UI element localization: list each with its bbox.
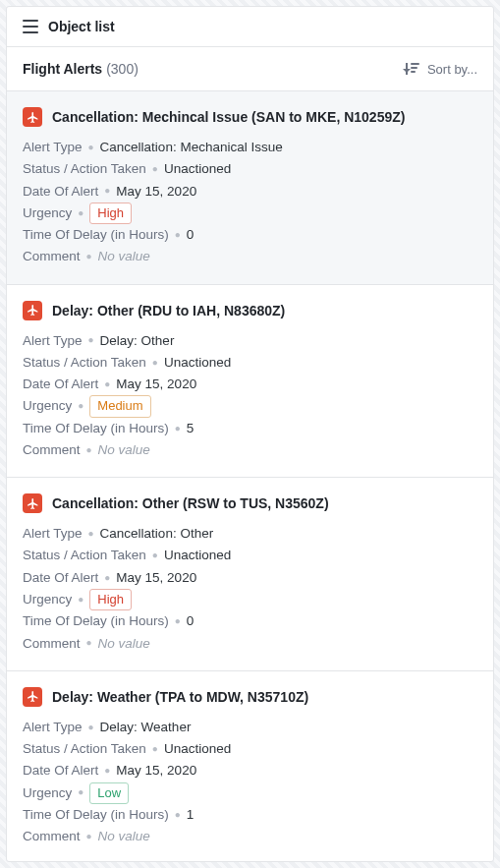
alert-type-value: Delay: Other	[100, 330, 175, 352]
field-label: Urgency	[23, 395, 72, 417]
list-count: (300)	[106, 61, 139, 77]
field-delay: Time Of Delay (in Hours) ● 0	[23, 224, 477, 246]
field-label: Comment	[23, 439, 81, 461]
list-subheader: Flight Alerts (300) Sort by...	[7, 47, 493, 91]
status-value: Unactioned	[164, 738, 231, 760]
field-alert-type: Alert Type ● Cancellation: Other	[23, 523, 477, 545]
card-header: Cancellation: Mechincal Issue (SAN to MK…	[23, 107, 477, 127]
card-header: Delay: Weather (TPA to MDW, N35710Z)	[23, 687, 477, 707]
field-label: Comment	[23, 246, 81, 267]
airplane-icon	[23, 687, 42, 707]
field-label: Alert Type	[23, 137, 83, 158]
status-value: Unactioned	[164, 158, 231, 180]
comment-value: No value	[98, 439, 150, 461]
delay-value: 5	[187, 418, 194, 439]
field-delay: Time Of Delay (in Hours) ● 5	[23, 418, 477, 439]
field-alert-type: Alert Type ● Delay: Other	[23, 330, 477, 352]
alert-card[interactable]: Cancellation: Other (RSW to TUS, N3560Z)…	[7, 478, 493, 671]
alert-list[interactable]: Cancellation: Mechincal Issue (SAN to MK…	[7, 91, 493, 861]
alert-title: Delay: Other (RDU to IAH, N83680Z)	[52, 303, 285, 318]
delay-value: 0	[187, 610, 194, 632]
field-alert-type: Alert Type ● Cancellation: Mechanical Is…	[23, 137, 477, 158]
field-label: Urgency	[23, 589, 72, 610]
field-comment: Comment ● No value	[23, 826, 477, 847]
field-urgency: Urgency ● High	[23, 203, 477, 224]
field-status: Status / Action Taken ● Unactioned	[23, 158, 477, 180]
field-label: Time Of Delay (in Hours)	[23, 610, 169, 632]
field-label: Comment	[23, 633, 81, 655]
field-urgency: Urgency ● High	[23, 589, 477, 610]
field-delay: Time Of Delay (in Hours) ● 0	[23, 610, 477, 632]
field-delay: Time Of Delay (in Hours) ● 1	[23, 804, 477, 826]
comment-value: No value	[98, 826, 150, 847]
sort-by-label: Sort by...	[427, 62, 477, 77]
field-comment: Comment ● No value	[23, 246, 477, 267]
card-header: Cancellation: Other (RSW to TUS, N3560Z)	[23, 493, 477, 513]
field-label: Date Of Alert	[23, 567, 98, 589]
airplane-icon	[23, 493, 42, 513]
field-label: Date Of Alert	[23, 181, 98, 203]
alert-type-value: Cancellation: Other	[100, 523, 214, 545]
date-value: May 15, 2020	[116, 760, 196, 781]
alert-card[interactable]: Delay: Other (RDU to IAH, N83680Z) Alert…	[7, 285, 493, 479]
card-header: Delay: Other (RDU to IAH, N83680Z)	[23, 301, 477, 320]
field-label: Alert Type	[23, 523, 83, 545]
urgency-badge: Low	[89, 782, 129, 804]
sort-by-button[interactable]: Sort by...	[406, 62, 477, 77]
field-label: Alert Type	[23, 717, 83, 738]
field-label: Urgency	[23, 782, 72, 804]
date-value: May 15, 2020	[116, 181, 196, 203]
delay-value: 1	[187, 804, 194, 826]
field-date: Date Of Alert ● May 15, 2020	[23, 567, 477, 589]
field-label: Time Of Delay (in Hours)	[23, 224, 169, 246]
comment-value: No value	[98, 246, 150, 267]
urgency-badge: High	[89, 203, 132, 224]
panel-header: Object list	[7, 7, 493, 47]
field-label: Time Of Delay (in Hours)	[23, 804, 169, 826]
urgency-badge: Medium	[89, 395, 150, 417]
panel-title: Object list	[48, 19, 115, 34]
field-date: Date Of Alert ● May 15, 2020	[23, 181, 477, 203]
list-icon	[23, 20, 38, 33]
list-title: Flight Alerts	[23, 61, 102, 77]
date-value: May 15, 2020	[116, 567, 196, 589]
field-status: Status / Action Taken ● Unactioned	[23, 352, 477, 374]
field-comment: Comment ● No value	[23, 633, 477, 655]
field-alert-type: Alert Type ● Delay: Weather	[23, 717, 477, 738]
alert-card[interactable]: Cancellation: Mechincal Issue (SAN to MK…	[7, 91, 493, 285]
field-label: Status / Action Taken	[23, 738, 146, 760]
field-label: Date Of Alert	[23, 760, 98, 781]
field-label: Comment	[23, 826, 81, 847]
object-list-panel: Object list Flight Alerts (300) Sort by.…	[6, 6, 494, 862]
field-comment: Comment ● No value	[23, 439, 477, 461]
alert-title: Cancellation: Other (RSW to TUS, N3560Z)	[52, 495, 329, 511]
field-label: Alert Type	[23, 330, 83, 352]
urgency-badge: High	[89, 589, 132, 610]
alert-type-value: Cancellation: Mechanical Issue	[100, 137, 283, 158]
alert-card[interactable]: Delay: Weather (TPA to MDW, N35710Z) Ale…	[7, 671, 493, 861]
field-label: Date Of Alert	[23, 374, 98, 395]
date-value: May 15, 2020	[116, 374, 196, 395]
field-label: Status / Action Taken	[23, 158, 146, 180]
comment-value: No value	[98, 633, 150, 655]
alert-title: Delay: Weather (TPA to MDW, N35710Z)	[52, 689, 308, 705]
field-date: Date Of Alert ● May 15, 2020	[23, 760, 477, 781]
delay-value: 0	[187, 224, 194, 246]
field-status: Status / Action Taken ● Unactioned	[23, 738, 477, 760]
field-label: Urgency	[23, 203, 72, 224]
field-status: Status / Action Taken ● Unactioned	[23, 545, 477, 566]
alert-type-value: Delay: Weather	[100, 717, 192, 738]
field-date: Date Of Alert ● May 15, 2020	[23, 374, 477, 395]
field-urgency: Urgency ● Medium	[23, 395, 477, 417]
status-value: Unactioned	[164, 352, 231, 374]
field-label: Status / Action Taken	[23, 545, 146, 566]
alert-title: Cancellation: Mechincal Issue (SAN to MK…	[52, 109, 405, 125]
field-urgency: Urgency ● Low	[23, 782, 477, 804]
field-label: Time Of Delay (in Hours)	[23, 418, 169, 439]
status-value: Unactioned	[164, 545, 231, 566]
airplane-icon	[23, 301, 42, 320]
field-label: Status / Action Taken	[23, 352, 146, 374]
sort-icon	[406, 63, 419, 75]
airplane-icon	[23, 107, 42, 127]
